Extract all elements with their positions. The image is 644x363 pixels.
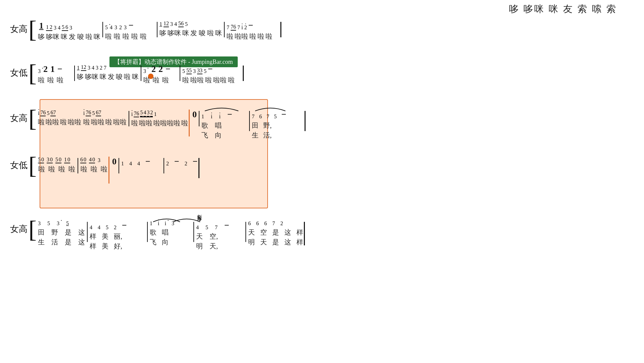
row3-nügao: 女高 [ 3 5 3· 5 田 野 是 这 生: [10, 218, 306, 251]
voice-label-nudi1: 女低: [10, 62, 29, 79]
measure4-row1: 7 7 6 7 i· 2· − 啦 啦啦 啦 啦 啦: [227, 21, 280, 41]
num-4a: 4: [58, 25, 60, 31]
highlight-right-border: [189, 110, 190, 136]
measure1-row1: 1 1 2 3 4 5 6: [38, 21, 100, 41]
barline-r1-2: [157, 22, 157, 37]
slur-arc3b: [170, 214, 210, 225]
notes-row1-m1: 1 1 2 3 4 5 6: [38, 21, 100, 31]
measure3-row1: 1 1 2 3 4 5 6 5 哆 哆咪 咪: [159, 21, 222, 38]
slur-arc2: [252, 104, 295, 114]
num-1: 1: [39, 21, 43, 31]
voice-label-row1: 女高: [10, 18, 29, 35]
page: 哆 哆咪 咪 友 索 嗦 索 女高 [ 1 1 2 3: [0, 0, 644, 363]
num-1-2a: 1: [46, 24, 49, 30]
left-bracket-nudi1: [: [29, 61, 37, 85]
note-12-group: 1 2: [46, 24, 52, 31]
row2-nügao: 女高 [ i· 7 6 5 6 7 啦: [10, 108, 306, 140]
row1-nügao: 女高 [ 1 1 2 3 4: [10, 18, 282, 41]
note-1: 1: [38, 21, 45, 31]
music-nudi1: 3· 2 1 − 啦 啦 啦 1 1: [38, 64, 244, 85]
lyric-row1-m1: 哆 哆咪 咪 发 唆 啦 咪: [38, 32, 100, 41]
voice-label-nudi2: 女低: [10, 155, 29, 171]
top-lyric: 哆 哆咪 咪 友 索 嗦 索: [509, 3, 617, 15]
orange-dot: [148, 74, 153, 79]
num-2a: 2: [50, 24, 52, 30]
notes-row1-m2: 5· 4 3 2 3 −: [105, 21, 155, 31]
voice-label-row3: 女高: [10, 218, 29, 235]
row1-nüdi: 女低 [ 3· 2 1 − 啦 啦 啦: [10, 62, 244, 85]
row2-nüdi: 女低 [ 5 0 3 0 5 0: [10, 155, 200, 184]
num-3a: 3: [54, 25, 56, 31]
slur-arc1: [201, 104, 255, 114]
barline-r1-1: [102, 22, 103, 37]
note-56-group: 5 6: [62, 24, 68, 31]
music-row1: 1 1 2 3 4 5 6: [38, 21, 282, 41]
left-bracket-row1: [: [29, 17, 37, 41]
voice-label-row2: 女高: [10, 108, 29, 124]
lyric-row1-m2: 啦 啦 啦 啦 啦: [105, 32, 155, 41]
measure2-row1: 5· 4 3 2 3 − 啦 啦 啦 啦 啦: [105, 21, 155, 41]
